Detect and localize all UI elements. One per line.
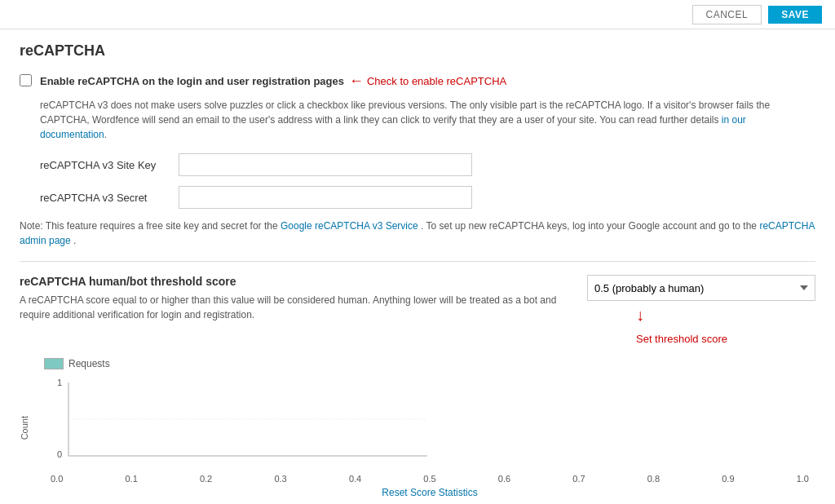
note-suffix: . (73, 235, 76, 246)
section-threshold: reCAPTCHA human/bot threshold score A re… (20, 275, 815, 345)
arrow-down-icon: ↓ (636, 306, 644, 325)
secret-label: reCAPTCHA v3 Secret (40, 192, 179, 204)
reset-score-link[interactable]: Reset Score Statistics (44, 487, 815, 498)
secret-input[interactable] (179, 186, 472, 209)
svg-text:0: 0 (57, 449, 62, 459)
enable-annotation: ← Check to enable reCAPTCHA (349, 73, 506, 90)
page-title: reCAPTCHA (20, 42, 815, 60)
set-threshold-annotation: Set threshold score (636, 333, 727, 345)
enable-annotation-text: Check to enable reCAPTCHA (367, 75, 506, 87)
save-button[interactable]: SAVE (768, 6, 822, 24)
x-label-5: 0.5 (423, 474, 435, 484)
chart-svg: 1 0 (44, 374, 435, 472)
enable-description: reCAPTCHA v3 does not make users solve p… (40, 98, 815, 142)
top-bar: CANCEL SAVE (0, 0, 835, 29)
enable-recaptcha-checkbox[interactable] (20, 74, 32, 86)
section-recaptcha-enable: Enable reCAPTCHA on the login and user r… (20, 73, 815, 248)
x-label-8: 0.8 (647, 474, 660, 484)
enable-checkbox-label: Enable reCAPTCHA on the login and user r… (40, 75, 344, 87)
site-key-input[interactable] (179, 153, 472, 176)
cancel-button[interactable]: CANCEL (692, 5, 762, 24)
x-label-7: 0.7 (572, 474, 585, 484)
note-mid: . To set up new reCAPTCHA keys, log into… (421, 220, 757, 232)
main-content: reCAPTCHA Enable reCAPTCHA on the login … (0, 29, 835, 504)
chart-container: Count Requests 1 0 (20, 358, 815, 498)
description-text-main: reCAPTCHA v3 does not make users solve p… (40, 99, 770, 126)
threshold-select[interactable]: 0.5 (probably a human) 0.1 0.2 0.3 0.4 0… (587, 275, 815, 301)
note-text: Note: This feature requires a free site … (20, 219, 815, 248)
x-label-3: 0.3 (274, 474, 286, 484)
legend-box (44, 358, 64, 369)
x-label-2: 0.2 (200, 474, 212, 484)
threshold-right: 0.5 (probably a human) 0.1 0.2 0.3 0.4 0… (587, 275, 815, 345)
set-threshold-text: Set threshold score (636, 333, 727, 345)
x-label-0: 0.0 (51, 474, 63, 484)
enable-checkbox-label-container: Enable reCAPTCHA on the login and user r… (40, 73, 506, 90)
enable-checkbox-row: Enable reCAPTCHA on the login and user r… (20, 73, 815, 90)
site-key-row: reCAPTCHA v3 Site Key (40, 153, 815, 176)
chart-area: Requests 1 0 (44, 358, 815, 498)
divider1 (20, 261, 815, 262)
x-label-4: 0.4 (349, 474, 361, 484)
x-label-6: 0.6 (498, 474, 510, 484)
chart-x-labels: 0.0 0.1 0.2 0.3 0.4 0.5 0.6 0.7 0.8 0.9 … (44, 474, 815, 484)
x-label-1: 0.1 (125, 474, 137, 484)
x-label-10: 1.0 (797, 474, 809, 484)
arrow-left-icon: ← (349, 73, 364, 90)
threshold-left: reCAPTCHA human/bot threshold score A re… (20, 275, 571, 322)
secret-row: reCAPTCHA v3 Secret (40, 186, 815, 209)
note-prefix: Note: This feature requires a free site … (20, 220, 278, 232)
threshold-title: reCAPTCHA human/bot threshold score (20, 275, 571, 288)
chart-y-label: Count (20, 416, 29, 440)
threshold-desc: A reCAPTCHA score equal to or higher tha… (20, 293, 571, 322)
google-recaptcha-link[interactable]: Google reCAPTCHA v3 Service (281, 220, 418, 232)
svg-text:1: 1 (57, 378, 62, 387)
site-key-label: reCAPTCHA v3 Site Key (40, 159, 179, 171)
legend-label: Requests (68, 358, 110, 369)
chart-legend: Requests (44, 358, 815, 369)
x-label-9: 0.9 (722, 474, 734, 484)
